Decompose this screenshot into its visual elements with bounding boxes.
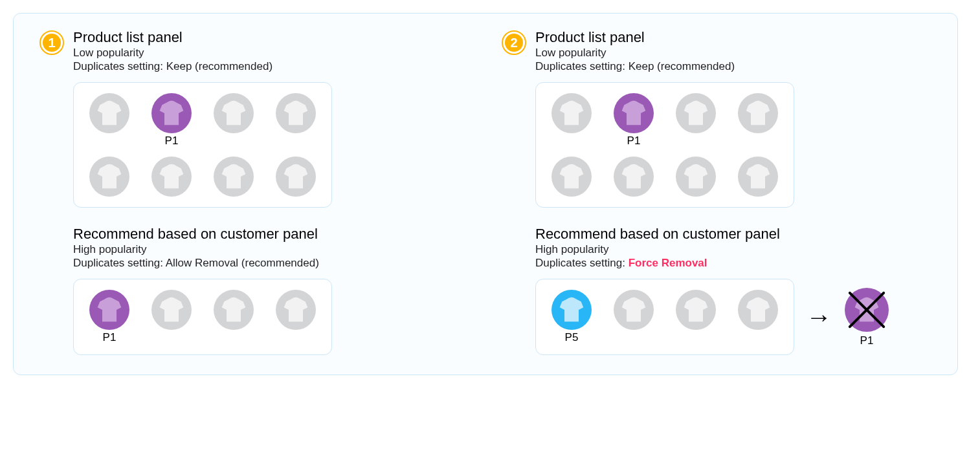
shirt-icon bbox=[89, 290, 129, 330]
shirt-icon bbox=[676, 93, 716, 133]
arrow-icon: → bbox=[806, 303, 832, 332]
product-item bbox=[611, 290, 656, 344]
section-subtitle-1: High popularity bbox=[535, 243, 780, 256]
section-header: Recommend based on customer panel High p… bbox=[39, 226, 469, 270]
product-item-highlighted: P1 bbox=[611, 93, 656, 147]
product-item bbox=[149, 290, 194, 344]
section-subtitle-1: Low popularity bbox=[73, 47, 273, 60]
product-grid: P1 bbox=[73, 279, 332, 355]
shirt-icon bbox=[89, 157, 129, 197]
section-header: Recommend based on customer panel High p… bbox=[502, 226, 931, 270]
shirt-icon bbox=[214, 290, 254, 330]
product-item bbox=[149, 157, 194, 197]
section-subtitle-1: Low popularity bbox=[535, 47, 735, 60]
diagram-container: 1 Product list panel Low popularity Dupl… bbox=[13, 13, 958, 375]
shirt-icon bbox=[738, 93, 778, 133]
shirt-icon bbox=[276, 93, 316, 133]
shirt-icon bbox=[276, 157, 316, 197]
shirt-icon bbox=[738, 157, 778, 197]
section-subtitle-1: High popularity bbox=[73, 243, 319, 256]
product-item bbox=[673, 157, 718, 197]
product-item bbox=[673, 290, 718, 344]
product-item bbox=[211, 93, 256, 147]
product-item-highlighted: P1 bbox=[149, 93, 194, 147]
product-label: P1 bbox=[627, 135, 641, 147]
section-2-top: 2 Product list panel Low popularity Dupl… bbox=[502, 29, 931, 208]
step-number: 1 bbox=[43, 34, 61, 52]
shirt-icon bbox=[89, 93, 129, 133]
product-label: P5 bbox=[565, 331, 579, 344]
shirt-icon bbox=[276, 290, 316, 330]
product-item bbox=[735, 93, 781, 147]
product-item bbox=[87, 93, 132, 147]
crossed-icon bbox=[843, 287, 890, 333]
shirt-icon bbox=[738, 290, 778, 330]
section-header: 1 Product list panel Low popularity Dupl… bbox=[39, 29, 469, 73]
section-subtitle-2: Duplicates setting: Force Removal bbox=[535, 257, 780, 270]
removed-product: P1 bbox=[843, 287, 890, 347]
product-item bbox=[211, 290, 256, 344]
shirt-icon bbox=[151, 290, 192, 330]
product-label: P1 bbox=[165, 135, 179, 147]
bottom-row: P5 → P1 bbox=[535, 279, 931, 355]
step-badge-1: 1 bbox=[39, 30, 64, 55]
shirt-icon bbox=[614, 93, 654, 133]
section-header: 2 Product list panel Low popularity Dupl… bbox=[502, 29, 931, 73]
shirt-icon bbox=[676, 157, 716, 197]
section-subtitle-2: Duplicates setting: Keep (recommended) bbox=[73, 60, 273, 73]
product-item bbox=[273, 93, 318, 147]
shirt-icon bbox=[151, 157, 192, 197]
product-item-highlighted: P1 bbox=[87, 290, 132, 344]
product-item bbox=[611, 157, 656, 197]
product-grid: P1 bbox=[73, 82, 332, 208]
product-item bbox=[87, 157, 132, 197]
step-badge-2: 2 bbox=[502, 30, 526, 55]
section-text: Product list panel Low popularity Duplic… bbox=[535, 29, 735, 73]
product-item bbox=[273, 290, 318, 344]
shirt-icon bbox=[214, 93, 254, 133]
shirt-icon bbox=[551, 290, 592, 330]
column-2: 2 Product list panel Low popularity Dupl… bbox=[502, 29, 931, 355]
section-2-bottom: Recommend based on customer panel High p… bbox=[502, 226, 931, 355]
section-text: Recommend based on customer panel High p… bbox=[73, 226, 319, 270]
product-item bbox=[273, 157, 318, 197]
product-item bbox=[673, 93, 718, 147]
shirt-icon bbox=[551, 157, 592, 197]
product-grid: P5 bbox=[535, 279, 794, 355]
shirt-icon bbox=[151, 93, 192, 133]
product-item bbox=[549, 93, 594, 147]
section-title: Product list panel bbox=[73, 29, 273, 46]
product-label: P1 bbox=[103, 331, 117, 344]
shirt-icon bbox=[214, 157, 254, 197]
sub-prefix: Duplicates setting: bbox=[535, 257, 629, 269]
sub-highlight: Force Removal bbox=[629, 257, 707, 269]
section-subtitle-2: Duplicates setting: Allow Removal (recom… bbox=[73, 257, 319, 270]
product-item bbox=[735, 290, 781, 344]
product-label: P1 bbox=[860, 334, 874, 347]
step-number: 2 bbox=[505, 34, 523, 52]
section-1-bottom: Recommend based on customer panel High p… bbox=[39, 226, 469, 355]
shirt-icon bbox=[614, 157, 654, 197]
section-text: Recommend based on customer panel High p… bbox=[535, 226, 780, 270]
section-text: Product list panel Low popularity Duplic… bbox=[73, 29, 273, 73]
shirt-icon bbox=[551, 93, 592, 133]
shirt-icon bbox=[676, 290, 716, 330]
column-1: 1 Product list panel Low popularity Dupl… bbox=[39, 29, 469, 355]
product-grid: P1 bbox=[535, 82, 794, 208]
shirt-icon bbox=[614, 290, 654, 330]
product-item bbox=[549, 157, 594, 197]
section-title: Recommend based on customer panel bbox=[535, 226, 780, 243]
section-1-top: 1 Product list panel Low popularity Dupl… bbox=[39, 29, 469, 208]
section-title: Product list panel bbox=[535, 29, 735, 46]
product-item bbox=[211, 157, 256, 197]
section-title: Recommend based on customer panel bbox=[73, 226, 319, 243]
section-subtitle-2: Duplicates setting: Keep (recommended) bbox=[535, 60, 735, 73]
product-item-highlighted: P5 bbox=[549, 290, 594, 344]
product-item bbox=[735, 157, 781, 197]
